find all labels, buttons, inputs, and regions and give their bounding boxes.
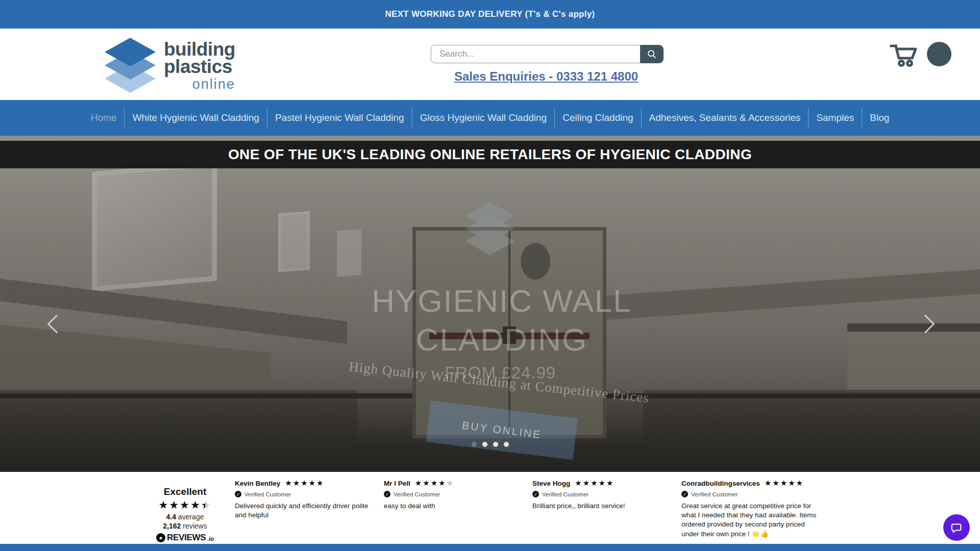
carousel-dots	[0, 442, 980, 447]
tagline-banner-text: ONE OF THE UK'S LEADING ONLINE RETAILERS…	[228, 146, 752, 163]
sales-enquiries: Sales Enquiries - 0333 121 4800	[403, 69, 689, 84]
reviewer-name: Mr I Pell	[384, 480, 410, 487]
nav-item-ceiling-cladding[interactable]: Ceiling Cladding	[555, 112, 641, 123]
logo-word-online: online	[164, 77, 235, 92]
review-text: easy to deal with	[384, 502, 523, 511]
hero-carousel-slide[interactable]: HYGIENIC WALL CLADDING FROM £24.99 High …	[0, 136, 980, 472]
review-text: Delivered quickly and efficiently driver…	[235, 502, 374, 520]
review-stars: ★★★★★	[575, 479, 614, 488]
logo-text: building plastics online	[164, 38, 235, 94]
verified-check-icon: ✓	[235, 491, 241, 497]
logo-word-plastics: plastics	[164, 58, 235, 76]
main-nav: HomeWhite Hygienic Wall CladdingPastel H…	[0, 100, 980, 136]
carousel-dot-4[interactable]	[504, 442, 509, 447]
verified-label: Verified Customer	[394, 491, 440, 497]
search-button[interactable]	[640, 45, 664, 63]
verified-customer-row: ✓Verified Customer	[384, 491, 523, 497]
chat-widget-button[interactable]	[943, 514, 970, 541]
carousel-dot-1[interactable]	[472, 442, 477, 447]
nav-item-pastel-hygienic-wall-cladding[interactable]: Pastel Hygienic Wall Cladding	[267, 112, 412, 123]
verified-check-icon: ✓	[681, 491, 688, 497]
header: building plastics online Sales Enquiries…	[0, 29, 980, 100]
review-text: Great service at great competitive price…	[681, 502, 820, 539]
carousel-dot-3[interactable]	[493, 442, 498, 447]
reviews-section: Excellent ★★★★★★★★★★ 4.4 average 2,162 r…	[0, 472, 980, 544]
verified-customer-row: ✓Verified Customer	[235, 491, 374, 497]
review-card-steve-hogg: Steve Hogg★★★★★✓Verified CustomerBrillia…	[532, 479, 671, 511]
nav-item-blog[interactable]: Blog	[862, 112, 897, 123]
chat-bubble-icon	[950, 521, 963, 534]
tagline-banner: ONE OF THE UK'S LEADING ONLINE RETAILERS…	[0, 141, 980, 168]
magnifier-icon	[646, 48, 657, 60]
review-text: Brilliant price,, brilliant service!	[532, 502, 671, 511]
nav-item-gloss-hygienic-wall-cladding[interactable]: Gloss Hygienic Wall Cladding	[412, 112, 555, 123]
main-nav-list: HomeWhite Hygienic Wall CladdingPastel H…	[83, 107, 897, 129]
delivery-banner: NEXT WORKING DAY DELIVERY (T's & C's app…	[0, 0, 980, 29]
reviewer-name: Kevin Bentley	[235, 480, 280, 487]
reviews-io-logo[interactable]: ★ REVIEWS .io	[148, 533, 222, 543]
review-card-kevin-bentley: Kevin Bentley★★★★★✓Verified CustomerDeli…	[235, 479, 374, 520]
cart-button[interactable]	[888, 41, 920, 68]
reviewer-name: Steve Hogg	[532, 480, 570, 487]
cart-icon	[888, 41, 920, 68]
footer-strip	[0, 544, 980, 551]
account-avatar[interactable]	[927, 42, 951, 66]
verified-check-icon: ✓	[384, 491, 390, 497]
buy-online-label: BUY ONLINE	[461, 419, 543, 441]
hero-watermark-logo	[465, 202, 514, 263]
carousel-dot-2[interactable]	[482, 442, 487, 447]
site-logo[interactable]: building plastics online	[105, 38, 235, 94]
review-stars: ★★★★★	[285, 479, 324, 488]
delivery-banner-text: NEXT WORKING DAY DELIVERY (T's & C's app…	[385, 9, 595, 19]
verified-check-icon: ✓	[532, 491, 539, 497]
verified-label: Verified Customer	[244, 491, 291, 497]
search-bar	[431, 45, 664, 63]
reviewer-name: Conradbuildingservices	[681, 480, 760, 487]
verified-customer-row: ✓Verified Customer	[532, 491, 671, 497]
reviews-summary: Excellent ★★★★★★★★★★ 4.4 average 2,162 r…	[148, 486, 222, 543]
reviews-rating-label: Excellent	[148, 486, 222, 497]
reviews-summary-stars: ★★★★★★★★★★	[158, 498, 211, 512]
reviews-io-star-icon: ★	[156, 533, 165, 542]
nav-item-white-hygienic-wall-cladding[interactable]: White Hygienic Wall Cladding	[125, 112, 267, 123]
review-card-conradbuildingservices: Conradbuildingservices★★★★★✓Verified Cus…	[681, 479, 820, 539]
logo-diamonds-icon	[105, 38, 158, 94]
nav-item-adhesives-sealants-accessories[interactable]: Adhesives, Sealants & Accessories	[642, 112, 808, 123]
verified-label: Verified Customer	[691, 491, 738, 497]
nav-item-home[interactable]: Home	[83, 112, 125, 123]
nav-item-samples[interactable]: Samples	[808, 112, 862, 123]
review-card-mr-i-pell: Mr I Pell★★★★★✓Verified Customereasy to …	[384, 479, 523, 511]
search-input[interactable]	[431, 45, 664, 63]
hero-title-line1: HYGIENIC WALL	[0, 283, 980, 319]
reviews-summary-stars-fill: ★★★★★	[158, 498, 205, 512]
logo-word-building: building	[164, 41, 235, 58]
verified-customer-row: ✓Verified Customer	[681, 491, 820, 497]
review-stars: ★★★★★	[415, 479, 454, 488]
sales-enquiries-link[interactable]: Sales Enquiries - 0333 121 4800	[454, 69, 638, 83]
verified-label: Verified Customer	[542, 491, 589, 497]
review-stars: ★★★★★	[765, 479, 804, 488]
reviews-average: 4.4 average	[148, 513, 222, 521]
reviews-count: 2,162 reviews	[148, 522, 222, 530]
hero-title-line2: CLADDING	[0, 321, 980, 358]
